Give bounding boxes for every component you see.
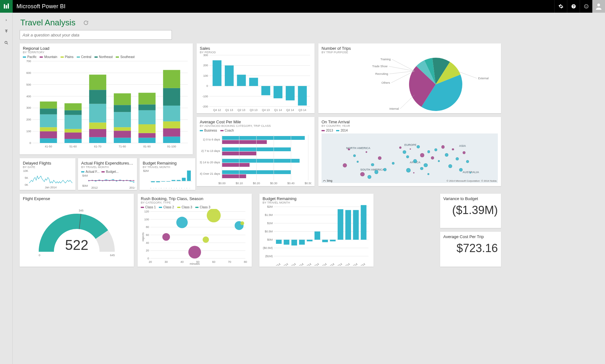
svg-text:0: 0: [206, 84, 208, 88]
svg-text:522: 522: [65, 237, 88, 253]
svg-text:30: 30: [165, 260, 168, 263]
svg-text:0: 0: [39, 254, 40, 257]
dashboard-canvas: Travel Analysis Regional Load BY TERRITO…: [13, 13, 605, 364]
svg-rect-175: [172, 180, 175, 181]
svg-rect-59: [163, 137, 180, 143]
tile-rush[interactable]: Rush Booking, Trip Class, Season BY CATE…: [138, 194, 252, 267]
svg-text:0: 0: [147, 257, 149, 260]
svg-text:reprots: reprots: [141, 232, 145, 241]
svg-point-215: [203, 237, 209, 243]
tile-actual[interactable]: Actual Flight Expenditures, Bu... BY TRA…: [78, 158, 137, 190]
svg-rect-64: [163, 70, 180, 88]
svg-rect-249: [338, 209, 343, 240]
svg-rect-86: [261, 86, 270, 95]
chart-cpm: 1) 0 to 6 days2) 7 to 13 days3) 14 to 20…: [200, 132, 311, 185]
svg-text:External: External: [478, 77, 489, 80]
svg-point-155: [106, 180, 107, 181]
svg-rect-92: [298, 86, 307, 106]
svg-rect-54: [139, 124, 156, 133]
help-button[interactable]: [567, 0, 580, 13]
svg-point-6: [597, 3, 600, 6]
map-arrival: NORTH AMERICA SOUTH AMERICA EUROPE AFRIC…: [322, 133, 498, 183]
settings-button[interactable]: [554, 0, 567, 13]
svg-text:0: 0: [29, 141, 31, 145]
svg-text:20: 20: [149, 260, 152, 263]
svg-point-162: [130, 180, 131, 181]
tile-budget-small[interactable]: Budget Remaining BY TRAVEL MONTH $2M1/1/…: [140, 158, 195, 190]
svg-text:1) 0 to 6 days: 1) 0 to 6 days: [203, 138, 220, 141]
svg-point-150: [88, 180, 89, 181]
expand-rail-button[interactable]: ›: [3, 17, 9, 23]
svg-rect-31: [64, 139, 81, 143]
search-rail-button[interactable]: [3, 40, 9, 46]
svg-rect-167: [151, 181, 155, 182]
svg-line-103: [400, 95, 414, 109]
svg-text:40: 40: [146, 241, 149, 244]
chart-sales: -200-1000100200300Q4 12Q1 13Q2 13Q3 13Q4…: [200, 54, 311, 113]
tile-cpm[interactable]: Average Cost Per Mile BY ADVANCED BOOKIN…: [197, 117, 315, 186]
svg-rect-26: [40, 127, 57, 131]
svg-rect-0: [4, 4, 5, 9]
svg-rect-255: [361, 205, 367, 240]
svg-rect-107: [222, 136, 305, 140]
svg-text:81-90: 81-90: [143, 145, 151, 148]
tile-sub: BY TERRITORY: [23, 51, 190, 54]
svg-rect-245: [322, 240, 328, 242]
svg-text:$0.40: $0.40: [287, 182, 295, 185]
refresh-button[interactable]: [83, 20, 89, 26]
tile-variance[interactable]: Variance to Budget ($1.39M): [440, 194, 501, 228]
svg-rect-38: [89, 137, 106, 143]
svg-text:80: 80: [244, 260, 247, 263]
svg-rect-62: [163, 106, 180, 121]
tile-regional-load[interactable]: Regional Load BY TERRITORY Pacific Mount…: [20, 43, 193, 154]
tile-trips[interactable]: Number of Trips BY TRIP PURPOSE Training…: [318, 43, 501, 113]
variance-value: ($1.39M): [443, 204, 498, 217]
page-title: Travel Analysis: [20, 18, 75, 28]
tile-sales[interactable]: Sales BY PERIOD -200-1000100200300Q4 12Q…: [197, 43, 315, 113]
svg-rect-56: [139, 104, 156, 110]
brand-text: Microsoft Power BI: [16, 3, 66, 10]
svg-rect-113: [222, 159, 300, 163]
map-attrib-bing: bing: [327, 179, 332, 182]
tile-expense[interactable]: Flight Expense 3450645522: [20, 194, 134, 267]
svg-text:$0.00: $0.00: [218, 182, 226, 185]
svg-rect-181: [187, 171, 191, 181]
svg-rect-108: [222, 140, 267, 144]
svg-rect-41: [89, 104, 106, 123]
svg-text:1/1/2014: 1/1/2014: [270, 262, 281, 266]
svg-rect-49: [114, 105, 131, 112]
svg-text:$2M: $2M: [143, 169, 149, 172]
svg-point-151: [92, 180, 93, 181]
chart-regional-load: 010020030040050060070041-5051-6061-7071-…: [23, 59, 190, 149]
svg-rect-48: [114, 112, 131, 127]
tile-budget-big[interactable]: Budget Remaining BY TRAVEL MONTH $2M$1.5…: [259, 194, 374, 267]
svg-text:Internal: Internal: [389, 107, 399, 110]
upload-button[interactable]: [3, 29, 9, 34]
chart-actual: $4M$0M20122014: [81, 173, 135, 189]
qna-input[interactable]: [20, 30, 172, 40]
svg-rect-117: [222, 174, 246, 178]
svg-rect-40: [89, 123, 106, 129]
svg-rect-90: [286, 86, 295, 100]
svg-rect-43: [89, 75, 106, 90]
chart-budget-big: $2M$1.5M$1M$0.5M$0M($0.5M)($1M)1/1/20142…: [263, 204, 370, 266]
tile-cpt[interactable]: Average Cost Per Trip $723.16: [440, 232, 501, 267]
tile-arrival[interactable]: On Time Arrival BY COUNTRY, YEAR 2013 20…: [318, 117, 501, 186]
svg-rect-60: [163, 128, 180, 137]
svg-text:$0M: $0M: [82, 184, 88, 187]
svg-point-160: [123, 180, 124, 181]
svg-text:0K: 0K: [25, 183, 28, 186]
avatar[interactable]: [592, 0, 605, 13]
svg-rect-55: [139, 110, 156, 124]
svg-rect-61: [163, 121, 180, 128]
svg-point-157: [113, 180, 114, 181]
svg-text:300: 300: [26, 106, 31, 109]
tile-delayed[interactable]: Delayed Flights BY DATE 10K5K0KJan 2014: [20, 158, 75, 190]
svg-text:40: 40: [180, 260, 184, 263]
feedback-button[interactable]: [580, 0, 592, 13]
svg-rect-57: [139, 93, 156, 105]
svg-rect-47: [114, 127, 131, 131]
svg-text:600: 600: [26, 71, 31, 75]
svg-text:minutes: minutes: [190, 262, 200, 265]
svg-rect-42: [89, 90, 106, 104]
